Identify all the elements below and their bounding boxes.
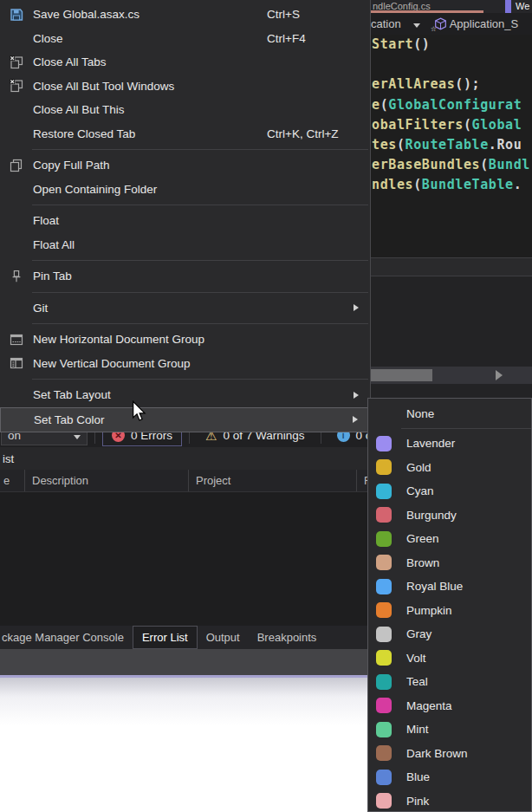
close-all-icon bbox=[0, 79, 33, 93]
tab-color-option-mint[interactable]: Mint bbox=[368, 718, 531, 742]
document-tab-strip: ndleConfig.cs We bbox=[368, 0, 532, 13]
menu-item-label: Close All Tabs bbox=[33, 55, 107, 68]
horizontal-scrollbar[interactable] bbox=[368, 367, 532, 384]
menu-item-label: Pin Tab bbox=[33, 270, 72, 283]
color-swatch-icon bbox=[376, 698, 392, 713]
tab-color-option-burgundy[interactable]: Burgundy bbox=[368, 503, 531, 528]
menu-item-label: Copy Full Path bbox=[33, 159, 110, 172]
color-option-label: Royal Blue bbox=[406, 580, 463, 593]
tab-color-option-pink[interactable]: Pink bbox=[368, 789, 531, 812]
color-option-label: Blue bbox=[406, 770, 430, 783]
color-option-label: Cyan bbox=[406, 484, 434, 497]
menu-separator bbox=[32, 205, 368, 205]
color-swatch-icon bbox=[376, 650, 392, 666]
scrollbar-thumb[interactable] bbox=[370, 369, 432, 381]
menu-item-label: Restore Closed Tab bbox=[33, 127, 135, 140]
code-line: tes(RouteTable.Rou bbox=[372, 135, 530, 155]
menu-item-label: Close All But This bbox=[33, 103, 125, 116]
menu-item-close-all-tabs[interactable]: Close All Tabs bbox=[0, 50, 370, 75]
color-swatch-icon bbox=[376, 436, 392, 451]
menu-item-pin-tab[interactable]: Pin Tab bbox=[0, 264, 370, 289]
panel-splitter[interactable] bbox=[368, 258, 532, 276]
menu-item-set-tab-color[interactable]: Set Tab Color bbox=[0, 407, 370, 432]
menu-item-float[interactable]: Float bbox=[0, 209, 370, 233]
code-line: erAllAreas(); bbox=[372, 75, 530, 94]
menu-item-copy-full-path[interactable]: Copy Full Path bbox=[0, 153, 370, 178]
menu-item-label: Float All bbox=[33, 238, 75, 251]
code-line: Start() bbox=[372, 35, 530, 55]
tab-color-option-magenta[interactable]: Magenta bbox=[368, 694, 531, 718]
tab-color-option-teal[interactable]: Teal bbox=[368, 670, 531, 694]
tab-color-option-blue[interactable]: Blue bbox=[368, 765, 531, 789]
tab-color-option-green[interactable]: Green bbox=[368, 527, 531, 551]
copy-icon bbox=[0, 159, 33, 172]
method-cube-icon: ☆ bbox=[434, 17, 447, 30]
tab-error-list[interactable]: Error List bbox=[133, 626, 198, 649]
color-option-label: Pink bbox=[406, 795, 429, 808]
code-lines[interactable]: Start()erAllAreas();e(GlobalConfiguratob… bbox=[372, 35, 530, 196]
chevron-down-icon[interactable] bbox=[413, 23, 420, 28]
tab-color-option-brown[interactable]: Brown bbox=[368, 551, 531, 575]
tab-color-option-royal-blue[interactable]: Royal Blue bbox=[368, 575, 531, 599]
menu-item-save-global-asax-cs[interactable]: Save Global.asax.csCtrl+S bbox=[0, 3, 370, 27]
color-swatch-icon bbox=[376, 531, 392, 547]
menu-item-new-horizontal-document-group[interactable]: New Horizontal Document Group bbox=[0, 328, 370, 352]
column-header-project[interactable]: Project bbox=[189, 470, 357, 491]
tab-color-option-gold[interactable]: Gold bbox=[368, 456, 531, 480]
tab-color-option-gray[interactable]: Gray bbox=[368, 622, 531, 646]
color-option-label: Pumpkin bbox=[406, 604, 452, 617]
column-header-description[interactable]: Description bbox=[25, 470, 189, 491]
v-group-icon bbox=[0, 356, 33, 370]
tab-color-option-volt[interactable]: Volt bbox=[368, 646, 531, 671]
menu-item-set-tab-layout[interactable]: Set Tab Layout bbox=[0, 383, 370, 407]
code-line: erBaseBundles(Bundl bbox=[372, 155, 530, 175]
menu-item-shortcut: Ctrl+F4 bbox=[267, 32, 306, 45]
close-all-icon bbox=[0, 55, 33, 69]
menu-item-git[interactable]: Git bbox=[0, 296, 370, 321]
mouse-cursor bbox=[132, 400, 146, 423]
menu-item-float-all[interactable]: Float All bbox=[0, 233, 370, 257]
breadcrumb-class[interactable]: cation bbox=[371, 17, 401, 30]
tab-color-option-none[interactable]: None bbox=[368, 400, 531, 426]
tab-color-option-cyan[interactable]: Cyan bbox=[368, 479, 531, 503]
menu-item-label: Close bbox=[33, 32, 63, 45]
color-option-label: Mint bbox=[406, 723, 429, 736]
menu-separator bbox=[32, 379, 368, 380]
tab-output[interactable]: Output bbox=[198, 626, 249, 649]
column-header-code[interactable]: e bbox=[0, 470, 25, 491]
submenu-arrow-icon bbox=[354, 392, 359, 399]
submenu-arrow-icon bbox=[354, 304, 359, 311]
tab-package-manager-console[interactable]: ckage Manager Console bbox=[0, 626, 133, 649]
chevron-down-icon bbox=[74, 435, 81, 439]
menu-separator bbox=[32, 260, 368, 261]
color-swatch-icon bbox=[376, 507, 392, 523]
color-option-label: Burgundy bbox=[406, 509, 457, 522]
tab-web-partial[interactable]: We bbox=[516, 1, 529, 11]
menu-item-restore-closed-tab[interactable]: Restore Closed TabCtrl+K, Ctrl+Z bbox=[0, 122, 370, 146]
tab-color-option-pumpkin[interactable]: Pumpkin bbox=[368, 599, 531, 623]
set-tab-color-submenu: None LavenderGoldCyanBurgundyGreenBrownR… bbox=[367, 398, 532, 812]
color-option-label: Brown bbox=[406, 556, 439, 569]
menu-item-shortcut: Ctrl+S bbox=[267, 8, 300, 21]
color-option-label: Green bbox=[406, 532, 439, 545]
code-editor: ndleConfig.cs We cation ☆ Application_S … bbox=[368, 0, 532, 398]
menu-item-new-vertical-document-group[interactable]: New Vertical Document Group bbox=[0, 352, 370, 376]
breadcrumb-method[interactable]: Application_S bbox=[450, 17, 519, 30]
code-line: e(GlobalConfigurat bbox=[372, 95, 530, 115]
menu-item-label: Set Tab Layout bbox=[33, 388, 111, 401]
menu-item-label: New Horizontal Document Group bbox=[33, 333, 204, 346]
color-swatch-icon bbox=[376, 793, 392, 809]
menu-item-open-containing-folder[interactable]: Open Containing Folder bbox=[0, 178, 370, 202]
color-swatch-icon bbox=[376, 579, 392, 594]
color-swatch-icon bbox=[376, 484, 392, 499]
menu-item-close[interactable]: CloseCtrl+F4 bbox=[0, 27, 370, 51]
scrollbar-right-arrow-icon[interactable] bbox=[496, 370, 503, 380]
tab-color-option-lavender[interactable]: Lavender bbox=[368, 432, 531, 456]
tab-color-option-dark-brown[interactable]: Dark Brown bbox=[368, 742, 531, 766]
color-swatch-icon bbox=[376, 770, 392, 785]
menu-item-close-all-but-this[interactable]: Close All But This bbox=[0, 98, 370, 122]
menu-item-close-all-but-tool-windows[interactable]: Close All But Tool Windows bbox=[0, 75, 370, 99]
menu-separator bbox=[32, 149, 368, 150]
tab-breakpoints[interactable]: Breakpoints bbox=[249, 626, 326, 649]
color-option-label: Dark Brown bbox=[406, 747, 468, 760]
